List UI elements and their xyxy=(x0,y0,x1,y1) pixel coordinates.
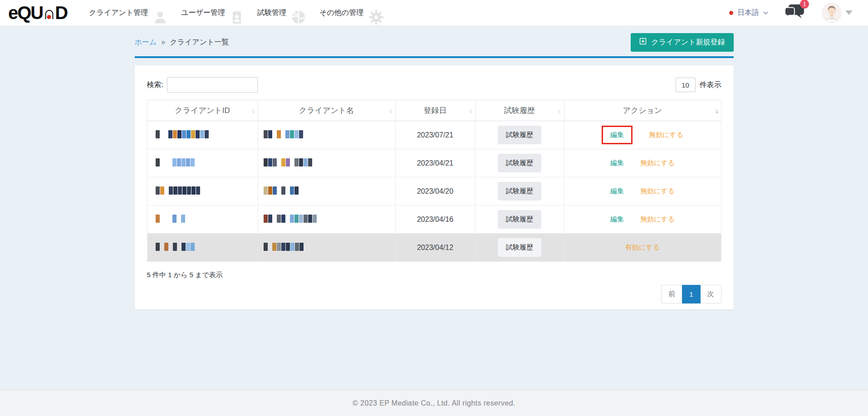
client-list-card: 検索: 件表示 クライアントID ↑↓ xyxy=(135,65,734,309)
nav-label: クライアント管理 xyxy=(89,8,148,18)
logo-text-right: D xyxy=(55,4,67,22)
edit-link[interactable]: 編集 xyxy=(610,131,624,139)
results-summary: 5 件中 1 から 5 まで表示 xyxy=(147,271,721,279)
column-header-registration-date[interactable]: 登録日 ↑↓ xyxy=(395,100,475,121)
nav-label: その他の管理 xyxy=(319,8,363,18)
table-row: 2023/04/21 試験履歴 編集 無効にする 有効にする xyxy=(147,149,721,177)
highlight-box: 編集 xyxy=(610,187,624,196)
table-row: 2023/07/21 試験履歴 編集 無効にする 有効にする xyxy=(147,121,721,149)
trial-history-button[interactable]: 試験履歴 xyxy=(498,126,541,144)
actions-cell: 編集 無効にする 有効にする xyxy=(564,121,721,149)
table-toolbar: 検索: 件表示 xyxy=(147,77,721,93)
sort-icon: ↑↓ xyxy=(558,107,560,114)
nav-item-client-management[interactable]: クライアント管理 xyxy=(83,0,175,25)
client-name-redacted xyxy=(264,158,312,166)
client-id-cell xyxy=(147,234,258,262)
trial-history-cell: 試験履歴 xyxy=(475,177,564,206)
column-header-client-name[interactable]: クライアント名 ↑↓ xyxy=(258,100,395,121)
nav-item-trial-management[interactable]: 試験管理 xyxy=(251,0,313,25)
plus-square-icon xyxy=(639,38,647,47)
search-group: 検索: xyxy=(147,77,258,93)
enable-link[interactable]: 有効にする xyxy=(625,243,660,252)
page-size-group: 件表示 xyxy=(676,78,721,92)
language-label: 日本語 xyxy=(737,8,759,18)
breadcrumb-row: ホーム » クライアント一覧 クライアント新規登録 xyxy=(135,25,734,54)
actions-cell: 編集 無効にする 有効にする xyxy=(564,206,721,234)
client-id-redacted xyxy=(156,130,209,138)
breadcrumb-current: クライアント一覧 xyxy=(170,38,229,47)
client-id-cell xyxy=(147,177,258,206)
new-client-button-label: クライアント新規登録 xyxy=(651,38,725,47)
client-name-cell xyxy=(258,121,395,149)
dropdown-caret-icon xyxy=(845,10,853,15)
client-id-redacted xyxy=(156,158,195,166)
registration-date: 2023/04/20 xyxy=(417,187,453,195)
trial-history-cell: 試験履歴 xyxy=(475,206,564,234)
client-table: クライアントID ↑↓ クライアント名 ↑↓ 登録日 ↑↓ 試験履歴 xyxy=(147,100,721,262)
page-size-suffix: 件表示 xyxy=(700,80,721,90)
registration-date-cell: 2023/07/21 xyxy=(395,121,475,149)
edit-link[interactable]: 編集 xyxy=(610,215,624,224)
trial-icon xyxy=(290,9,307,25)
registration-date-cell: 2023/04/16 xyxy=(395,206,475,234)
logo-red-dot-icon xyxy=(47,15,51,19)
disable-link[interactable]: 無効にする xyxy=(640,187,675,196)
client-name-redacted xyxy=(264,215,317,223)
notifications-button[interactable]: 1 xyxy=(784,3,805,22)
table-row: 2023/04/16 試験履歴 編集 無効にする 有効にする xyxy=(147,206,721,234)
notification-badge: 1 xyxy=(800,0,809,9)
actions-cell: 編集 無効にする 有効にする xyxy=(564,234,721,262)
trial-history-button[interactable]: 試験履歴 xyxy=(498,238,541,257)
new-client-button[interactable]: クライアント新規登録 xyxy=(631,33,733,52)
client-name-redacted xyxy=(264,186,299,195)
top-bar-right: 日本語 1 xyxy=(729,3,853,22)
column-header-actions[interactable]: アクション ↑↓ xyxy=(564,100,721,121)
main-area: ホーム » クライアント一覧 クライアント新規登録 検索: xyxy=(0,25,868,390)
table-header: クライアントID ↑↓ クライアント名 ↑↓ 登録日 ↑↓ 試験履歴 xyxy=(147,100,721,121)
nav-label: ユーザー管理 xyxy=(181,8,225,18)
search-label: 検索: xyxy=(147,80,163,90)
trial-history-cell: 試験履歴 xyxy=(475,234,564,262)
column-header-client-id[interactable]: クライアントID ↑↓ xyxy=(147,100,258,121)
search-input[interactable] xyxy=(167,77,258,93)
disable-link[interactable]: 無効にする xyxy=(649,131,683,139)
actions-cell: 編集 無効にする 有効にする xyxy=(564,149,721,177)
disable-link[interactable]: 無効にする xyxy=(640,159,675,167)
trial-history-cell: 試験履歴 xyxy=(475,121,564,149)
edit-link[interactable]: 編集 xyxy=(610,159,624,167)
footer: © 2023 EP Mediate Co., Ltd. All rights r… xyxy=(0,390,868,416)
pagination-next-button[interactable]: 次 xyxy=(701,285,721,303)
trial-history-button[interactable]: 試験履歴 xyxy=(498,182,541,201)
registration-date-cell: 2023/04/20 xyxy=(395,177,475,206)
copyright-text: © 2023 EP Mediate Co., Ltd. All rights r… xyxy=(353,399,515,407)
registration-date: 2023/04/21 xyxy=(417,159,453,167)
breadcrumb-home-link[interactable]: ホーム xyxy=(135,38,157,47)
highlight-box: 編集 xyxy=(602,126,633,144)
language-selector[interactable]: 日本語 xyxy=(729,8,767,18)
page-size-input[interactable] xyxy=(676,78,696,92)
disable-link[interactable]: 無効にする xyxy=(640,215,675,224)
sort-icon: ↑↓ xyxy=(469,107,471,114)
accent-divider xyxy=(135,56,734,58)
avatar xyxy=(822,3,841,22)
registration-date-cell: 2023/04/12 xyxy=(395,234,475,262)
client-name-cell xyxy=(258,234,395,262)
client-id-redacted xyxy=(156,215,185,223)
actions-cell: 編集 無効にする 有効にする xyxy=(564,177,721,206)
registration-date: 2023/07/21 xyxy=(417,131,453,139)
trial-history-button[interactable]: 試験履歴 xyxy=(498,154,541,172)
breadcrumb-separator: » xyxy=(161,38,165,46)
trial-history-button[interactable]: 試験履歴 xyxy=(498,210,541,229)
table-row: 2023/04/20 試験履歴 編集 無効にする 有効にする xyxy=(147,177,721,206)
logo-text-left: eQU xyxy=(8,4,43,22)
pagination-prev-button[interactable]: 前 xyxy=(661,285,682,303)
top-bar: eQU∩D クライアント管理 ユーザー管理 試験管理 xyxy=(0,0,868,25)
client-name-cell xyxy=(258,149,395,177)
pagination-page-1-button[interactable]: 1 xyxy=(682,285,700,303)
nav-item-other-management[interactable]: その他の管理 xyxy=(313,0,391,25)
column-header-trial-history[interactable]: 試験履歴 ↑↓ xyxy=(475,100,564,121)
edit-link[interactable]: 編集 xyxy=(610,187,624,196)
nav-item-user-management[interactable]: ユーザー管理 xyxy=(175,0,251,25)
trial-history-cell: 試験履歴 xyxy=(475,149,564,177)
user-menu[interactable] xyxy=(822,3,853,22)
